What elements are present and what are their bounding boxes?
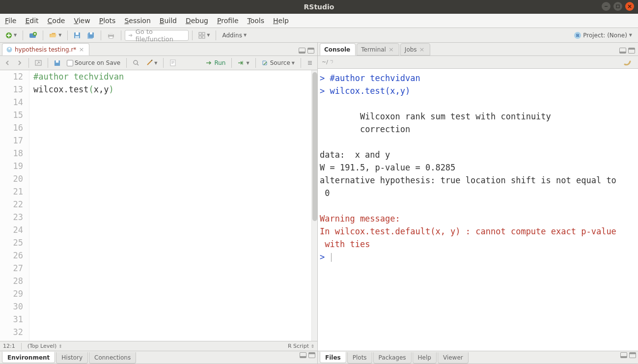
print-button[interactable] (105, 30, 117, 41)
chevron-down-icon: ▼ (292, 61, 295, 65)
language-selector[interactable]: R Script ⇕ (288, 343, 314, 349)
r-script-icon (6, 47, 12, 53)
window-title: RStudio (304, 3, 334, 11)
console-toolbar: ~/ (318, 56, 638, 69)
tab-history[interactable]: History (56, 352, 88, 364)
svg-rect-11 (109, 33, 113, 35)
save-button[interactable] (71, 30, 83, 41)
new-project-button[interactable] (27, 30, 39, 41)
main-toolbar: ▼ ▼ Go to file/function ▼ (0, 28, 638, 43)
source-on-save-checkbox[interactable]: Source on Save (64, 57, 123, 68)
menubar: File Edit Code View Plots Session Build … (0, 14, 638, 28)
svg-rect-6 (75, 36, 79, 38)
console-path: ~/ (322, 59, 334, 65)
back-button[interactable] (2, 57, 13, 68)
source-tab[interactable]: hypothesis testing.r* × (2, 43, 89, 56)
svg-point-22 (134, 60, 138, 64)
menu-file[interactable]: File (5, 17, 16, 25)
menu-tools[interactable]: Tools (248, 17, 265, 25)
svg-rect-12 (109, 36, 113, 38)
tab-viewer[interactable]: Viewer (438, 352, 469, 364)
close-tab-icon[interactable]: × (419, 46, 425, 53)
arrow-icon (128, 32, 133, 38)
scope-selector[interactable]: (Top Level) ⇕ (28, 343, 62, 349)
tab-connections[interactable]: Connections (89, 352, 136, 364)
menu-plots[interactable]: Plots (99, 17, 116, 25)
outline-button[interactable] (305, 57, 315, 68)
close-tab-icon[interactable]: × (388, 46, 394, 53)
show-in-new-window-button[interactable] (32, 57, 44, 68)
pane-maximize-icon[interactable] (629, 352, 636, 358)
fileviewer-tabs: Files Plots Packages Help Viewer (318, 351, 638, 364)
svg-rect-15 (199, 36, 201, 38)
code-content[interactable]: #author techvidvanwilcox.test(x,y) (29, 70, 311, 341)
svg-rect-5 (76, 32, 79, 35)
menu-session[interactable]: Session (124, 17, 150, 25)
save-doc-button[interactable] (52, 57, 63, 68)
code-editor[interactable]: 1213141516171819202122232425262728293031… (0, 70, 317, 341)
forward-button[interactable] (14, 57, 25, 68)
source-tabs: hypothesis testing.r* × (0, 43, 317, 56)
save-all-button[interactable] (84, 30, 97, 41)
tab-console[interactable]: Console (320, 43, 356, 56)
find-button[interactable] (130, 57, 142, 68)
chevron-down-icon: ▼ (14, 33, 17, 37)
pane-maximize-icon[interactable] (307, 48, 314, 54)
tab-terminal[interactable]: Terminal × (357, 43, 399, 56)
pane-minimize-icon[interactable] (620, 352, 627, 358)
goto-placeholder: Go to file/function (136, 28, 186, 43)
minimize-button[interactable] (602, 2, 610, 11)
addins-button[interactable]: Addins ▼ (220, 30, 249, 41)
line-gutter: 1213141516171819202122232425262728293031… (0, 70, 29, 341)
pane-minimize-icon[interactable] (619, 48, 626, 54)
pane-maximize-icon[interactable] (308, 352, 315, 358)
menu-profile[interactable]: Profile (217, 17, 239, 25)
tab-plots[interactable]: Plots (347, 352, 372, 364)
maximize-button[interactable] (613, 2, 622, 11)
code-tools-button[interactable]: ▼ (143, 57, 160, 68)
editor-statusbar: 12:1 (Top Level) ⇕ R Script ⇕ (0, 341, 317, 351)
chevron-down-icon: ▼ (244, 33, 247, 37)
tab-help[interactable]: Help (413, 352, 437, 364)
titlebar: RStudio (0, 0, 638, 14)
menu-build[interactable]: Build (160, 17, 177, 25)
chevron-down-icon: ▼ (629, 33, 632, 37)
editor-toolbar: Source on Save ▼ Run ▼ Source ▼ (0, 56, 317, 70)
svg-rect-21 (56, 60, 59, 62)
svg-rect-13 (199, 32, 201, 35)
tab-files[interactable]: Files (320, 352, 346, 363)
tab-environment[interactable]: Environment (2, 352, 55, 363)
pane-maximize-icon[interactable] (628, 48, 635, 54)
svg-rect-9 (90, 32, 92, 34)
menu-debug[interactable]: Debug (186, 17, 208, 25)
close-button[interactable] (625, 2, 634, 11)
close-tab-icon[interactable]: × (79, 46, 84, 53)
project-selector[interactable]: R Project: (None) ▼ (574, 32, 635, 39)
svg-rect-16 (202, 36, 205, 38)
menu-code[interactable]: Code (48, 17, 65, 25)
clear-console-button[interactable] (621, 57, 634, 68)
grid-icon-button[interactable]: ▼ (196, 30, 212, 41)
menu-help[interactable]: Help (273, 17, 289, 25)
compile-report-button[interactable] (167, 57, 179, 68)
run-button[interactable]: Run (203, 57, 228, 68)
open-file-button[interactable]: ▼ (47, 30, 64, 41)
chevron-down-icon: ▼ (58, 33, 61, 37)
pane-minimize-icon[interactable] (299, 48, 305, 54)
pane-minimize-icon[interactable] (300, 352, 306, 358)
svg-rect-14 (202, 32, 205, 35)
rerun-button[interactable]: ▼ (235, 57, 251, 68)
tab-jobs[interactable]: Jobs × (400, 43, 430, 56)
chevron-down-icon: ▼ (246, 61, 249, 65)
menu-edit[interactable]: Edit (25, 17, 38, 25)
tab-filename: hypothesis testing.r* (15, 46, 76, 53)
new-file-button[interactable]: ▼ (3, 30, 19, 41)
menu-view[interactable]: View (74, 17, 90, 25)
editor-scrollbar[interactable] (311, 70, 317, 341)
env-tabs: Environment History Connections (0, 351, 317, 364)
source-button[interactable]: Source ▼ (259, 57, 297, 68)
tab-packages[interactable]: Packages (373, 352, 412, 364)
console-tabs: Console Terminal × Jobs × (318, 43, 638, 56)
goto-file-input[interactable]: Go to file/function (125, 30, 189, 41)
console-output[interactable]: > #author techvidvan> wilcox.test(x,y) W… (318, 69, 638, 351)
